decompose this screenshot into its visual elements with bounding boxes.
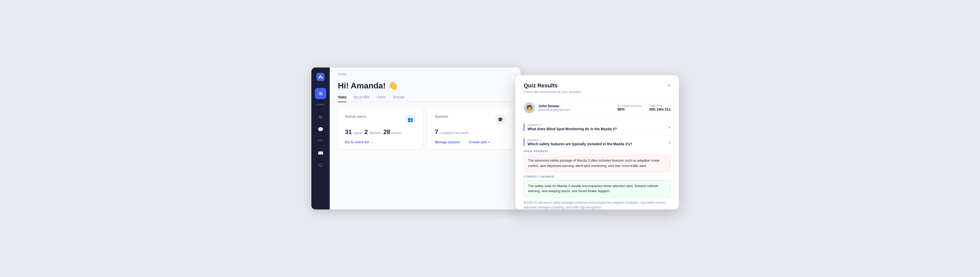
good-answers-value: 98% [617,107,641,111]
tab-stats[interactable]: Stats [338,95,347,102]
user-stats: % of good answers 98% Total Time 00h 24m… [617,104,671,111]
question-2-expanded: USER ANSWER: The advanced safety package… [515,150,679,209]
sidebar: ⊞ ADMIN ↻ 💬 EDU 📖 🗨 [311,68,330,209]
question-2-left: Question 2 Which safety features are typ… [524,138,632,146]
question-1-number: Question 1 [528,123,617,127]
admins-count: 28 [383,128,390,136]
main-content: Home Hi! Amanda! 👋 Stats My profile User… [330,68,520,209]
admins-label: Admins [391,131,401,135]
total-time-label: Total Time [649,104,671,107]
correct-answer-section: CORRECT ANSWER: The safety suite for Maz… [524,175,671,198]
user-name: John Nowac [538,104,614,108]
teachers-count: 2 [364,128,368,136]
question-2-header[interactable]: Question 2 Which safety features are typ… [515,135,679,150]
chevron-down-icon: ∨ [668,125,671,129]
stats-cards-row: Active users 👥 31 Agents 2 Teachers [330,102,520,149]
go-to-users-link[interactable]: Go to users list → [345,140,415,144]
topbar: Home [330,68,520,76]
quizzes-count: 7 [435,128,438,136]
modal-user-row: 🧑 John Nowac johnnowac@gmail.com % of go… [515,98,679,118]
close-icon: × [667,82,670,89]
agents-count: 31 [345,128,352,136]
total-time-value: 00h 24m 21s [649,107,671,111]
teachers-stat: 2 Teachers [364,128,381,136]
quiz-results-modal: Quiz Results Check the correctness of yo… [515,75,679,209]
admins-stat: 28 Admins [383,128,401,136]
user-answer-label: USER ANSWER: [524,150,671,153]
sidebar-item-refresh[interactable]: ↻ [315,112,326,123]
sidebar-item-book[interactable]: 📖 [315,147,326,159]
comment-icon: 🗨 [318,163,323,168]
refresh-icon: ↻ [319,114,323,120]
other-answer-text: Mazda 3's advanced safety package compri… [524,200,671,209]
user-answer-section: USER ANSWER: The advanced safety package… [524,150,671,172]
quizzes-completed-stat: 7 completed this month [435,128,468,136]
card-header-users: Active users 👥 [345,114,415,125]
chevron-up-icon: ∧ [668,140,671,144]
card-stats-users: 31 Agents 2 Teachers 28 Admins [345,128,415,136]
svg-rect-0 [317,73,325,81]
tab-users[interactable]: Users [376,95,386,102]
teachers-label: Teachers [369,131,381,135]
user-answer-box: The advanced safety package of Mazda 3 o… [524,155,671,172]
manage-quizzes-link[interactable]: Manage quizzes [435,140,460,144]
admin-label: ADMIN [317,103,325,106]
modal-close-button[interactable]: × [665,81,673,89]
sidebar-divider-2 [316,145,325,146]
question-2-text: Which safety features are typically incl… [528,142,632,146]
agents-stat: 31 Agents [345,128,363,136]
card-icon-users: 👥 [405,114,415,125]
user-email: johnnowac@gmail.com [538,108,614,112]
avatar: 🧑 [524,102,535,113]
card-stats-quizzes: 7 completed this month [435,128,505,136]
main-app-panel: ⊞ ADMIN ↻ 💬 EDU 📖 🗨 Home Hi [311,68,520,209]
question-1-left: Question 1 What does Blind Spot Monitori… [524,123,617,131]
agents-label: Agents [353,131,363,135]
total-time-stat: Total Time 00h 24m 21s [649,104,671,111]
chat-icon: 💬 [318,127,323,132]
create-quiz-link[interactable]: Create quiz + [469,140,490,144]
questions-list: Question 1 What does Blind Spot Monitori… [515,118,679,209]
quizzes-completed-label: completed this month [439,131,468,135]
card-icon-quizzes: 🎓 [495,114,505,125]
sidebar-item-comment[interactable]: 🗨 [315,160,326,171]
correct-answer-box: The safety suite for Mazda 3 usually enc… [524,180,671,198]
app-logo [316,72,325,82]
user-info: John Nowac johnnowac@gmail.com [538,104,614,112]
question-1-header[interactable]: Question 1 What does Blind Spot Monitori… [515,120,679,135]
card-header-quizzes: Quizzes 🎓 [435,114,505,125]
modal-header: Quiz Results Check the correctness of yo… [515,75,679,98]
quizzes-card: Quizzes 🎓 7 completed this month Manage … [428,108,512,149]
avatar-image: 🧑 [526,105,533,111]
active-users-card: Active users 👥 31 Agents 2 Teachers [338,108,423,149]
tabs-row: Stats My profile Users Groups [330,90,520,102]
card-title-users: Active users [345,114,366,119]
users-icon: 👥 [407,117,413,122]
quizzes-card-actions: Manage quizzes | Create quiz + [435,140,505,144]
sidebar-item-dashboard[interactable]: ⊞ [315,88,326,99]
sidebar-item-chat[interactable]: 💬 [315,124,326,135]
question-item-1: Question 1 What does Blind Spot Monitori… [515,120,679,135]
greeting: Hi! Amanda! 👋 [330,76,520,90]
good-answers-stat: % of good answers 98% [617,104,641,111]
card-title-quizzes: Quizzes [435,114,449,119]
modal-title: Quiz Results [524,82,671,89]
modal-subtitle: Check the correctness of your answers [524,90,671,94]
question-item-2: Question 2 Which safety features are typ… [515,135,679,209]
question-2-number: Question 2 [528,138,632,141]
tab-groups[interactable]: Groups [393,95,404,102]
tab-myprofile[interactable]: My profile [354,95,369,102]
user-answer-text: The advanced safety package of Mazda 3 o… [528,158,659,168]
question-1-text: What does Blind Spot Monitoring do in th… [528,127,617,131]
good-answers-label: % of good answers [617,104,641,107]
graduation-icon: 🎓 [497,117,503,122]
correct-answer-label: CORRECT ANSWER: [524,175,671,178]
correct-answer-text: The safety suite for Mazda 3 usually enc… [528,184,659,193]
edu-label: EDU [318,139,323,142]
grid-icon: ⊞ [319,91,323,97]
book-icon: 📖 [318,150,323,156]
